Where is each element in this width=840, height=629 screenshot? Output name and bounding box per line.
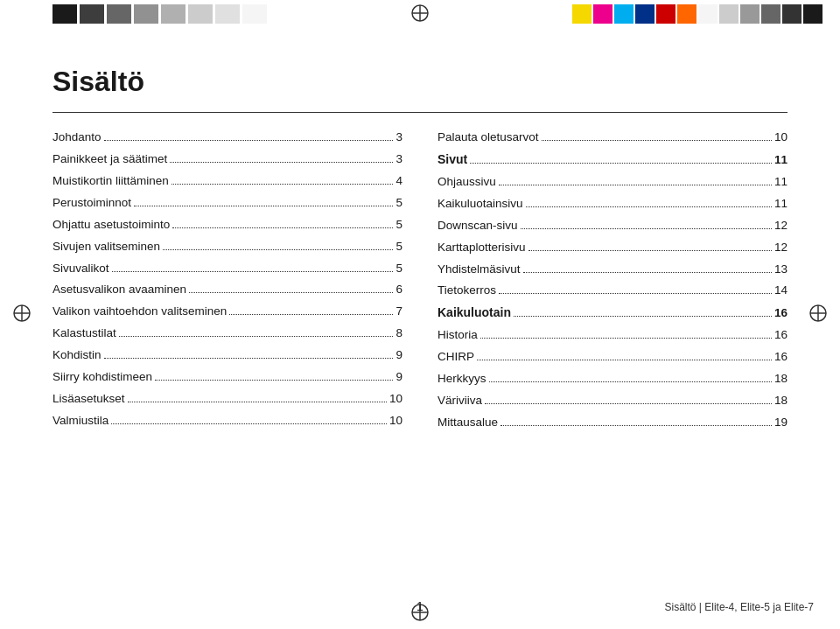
toc-dots <box>499 185 772 185</box>
right-swatch-9 <box>761 4 780 24</box>
toc-page: 5 <box>396 194 402 213</box>
toc-item: Historia16 <box>438 326 788 345</box>
toc-item: Kaikuluotain16 <box>438 304 788 323</box>
toc-label: Yhdistelmäsivut <box>438 261 521 279</box>
toc-item: Painikkeet ja säätimet3 <box>52 150 402 169</box>
toc-page: 4 <box>396 172 402 191</box>
toc-page: 16 <box>774 304 788 323</box>
left-swatch-7 <box>242 4 267 24</box>
toc-page: 18 <box>774 370 788 388</box>
right-swatch-8 <box>740 4 760 24</box>
toc-item: Kalastustilat8 <box>52 325 402 343</box>
toc-label: Johdanto <box>52 129 102 147</box>
toc-label: Siirry kohdistimeen <box>52 368 152 387</box>
toc-dots <box>163 249 393 250</box>
toc-item: Muistikortin liittäminen4 <box>52 172 402 191</box>
toc-page: 14 <box>774 282 788 300</box>
toc-label: Kaikuluotain <box>438 304 511 323</box>
toc-item: Downscan-sivu12 <box>438 217 788 235</box>
toc-page: 16 <box>774 348 788 367</box>
toc-item: Sivut11 <box>438 150 788 170</box>
toc-dots <box>526 206 772 207</box>
toc-page: 10 <box>774 129 788 147</box>
toc-dots <box>489 381 772 382</box>
toc-dots <box>499 293 772 294</box>
right-swatches <box>572 4 822 24</box>
toc-dots <box>170 162 393 163</box>
toc-page: 10 <box>389 390 402 409</box>
toc-item: Mittausalue19 <box>438 414 788 432</box>
toc-dots <box>134 206 393 206</box>
toc-item: Kaikuluotainsivu11 <box>438 195 788 213</box>
left-swatch-3 <box>134 4 158 24</box>
toc-label: Historia <box>438 326 478 345</box>
toc-dots <box>229 314 393 315</box>
toc-item: Herkkyys18 <box>438 370 788 388</box>
reg-mark-top <box>410 3 430 26</box>
toc-dots <box>477 360 772 360</box>
toc-page: 6 <box>396 281 402 299</box>
toc-page: 5 <box>396 238 402 256</box>
footer-text: Sisältö | Elite-4, Elite-5 ja Elite-7 <box>664 601 814 613</box>
toc-item: Tietokerros14 <box>438 282 788 300</box>
toc-dots <box>480 338 772 339</box>
toc-dots <box>189 292 393 293</box>
toc-dots <box>523 272 772 273</box>
toc-label: Painikkeet ja säätimet <box>52 150 167 169</box>
right-swatch-7 <box>719 4 738 24</box>
right-swatch-11 <box>803 4 822 24</box>
toc-dots <box>104 140 394 141</box>
toc-label: Ohjaussivu <box>438 173 496 192</box>
page-number: 1 <box>416 599 424 613</box>
toc-label: Palauta oletusarvot <box>438 129 539 147</box>
toc-label: Ohjattu asetustoiminto <box>52 216 170 234</box>
toc-item: Lisäasetukset10 <box>52 390 402 409</box>
toc-dots <box>500 425 772 426</box>
toc-label: CHIRP <box>438 348 474 367</box>
toc-label: Kaikuluotainsivu <box>438 195 523 213</box>
toc-item: Väriviiva18 <box>438 392 788 410</box>
toc-page: 11 <box>774 151 788 170</box>
page-title: Sisältö <box>52 66 788 98</box>
toc-right: Palauta oletusarvot10Sivut11Ohjaussivu11… <box>438 129 788 436</box>
toc-label: Lisäasetukset <box>52 390 125 409</box>
right-swatch-6 <box>698 4 718 24</box>
toc-dots <box>112 271 394 272</box>
toc-label: Mittausalue <box>438 414 498 432</box>
toc-dots <box>128 402 387 402</box>
toc-label: Sivuvalikot <box>52 260 109 278</box>
left-swatches <box>52 4 267 24</box>
toc-item: Asetusvalikon avaaminen6 <box>52 281 402 299</box>
toc-page: 8 <box>396 325 402 343</box>
toc-item: Valmiustila10 <box>52 412 402 430</box>
toc-page: 9 <box>396 346 402 365</box>
toc-label: Sivut <box>438 150 467 170</box>
title-rule <box>52 112 788 113</box>
toc-page: 10 <box>389 412 402 430</box>
right-swatch-3 <box>635 4 654 24</box>
toc-page: 7 <box>396 303 402 321</box>
toc-dots <box>528 250 772 251</box>
toc-page: 3 <box>396 150 402 169</box>
left-swatch-4 <box>161 4 186 24</box>
toc-label: Downscan-sivu <box>438 217 518 235</box>
toc-page: 19 <box>774 414 788 432</box>
toc-left: Johdanto3Painikkeet ja säätimet3Muistiko… <box>52 129 402 436</box>
toc-item: Ohjattu asetustoiminto5 <box>52 216 402 234</box>
toc-dots <box>514 316 772 317</box>
toc-label: Herkkyys <box>438 370 486 388</box>
toc-item: Karttaplotterisivu12 <box>438 239 788 257</box>
toc-page: 5 <box>396 260 402 278</box>
toc-item: CHIRP16 <box>438 348 788 367</box>
toc-dots <box>104 358 394 359</box>
toc-page: 9 <box>396 368 402 387</box>
toc-label: Väriviiva <box>438 392 482 410</box>
toc-dots <box>470 163 772 164</box>
toc-label: Valmiustila <box>52 412 108 430</box>
toc-dots <box>521 228 772 229</box>
toc-dots <box>172 184 394 185</box>
toc-label: Sivujen valitseminen <box>52 238 160 256</box>
toc-page: 18 <box>774 392 788 410</box>
toc-label: Valikon vaihtoehdon valitseminen <box>52 303 227 321</box>
toc-page: 12 <box>774 239 788 257</box>
